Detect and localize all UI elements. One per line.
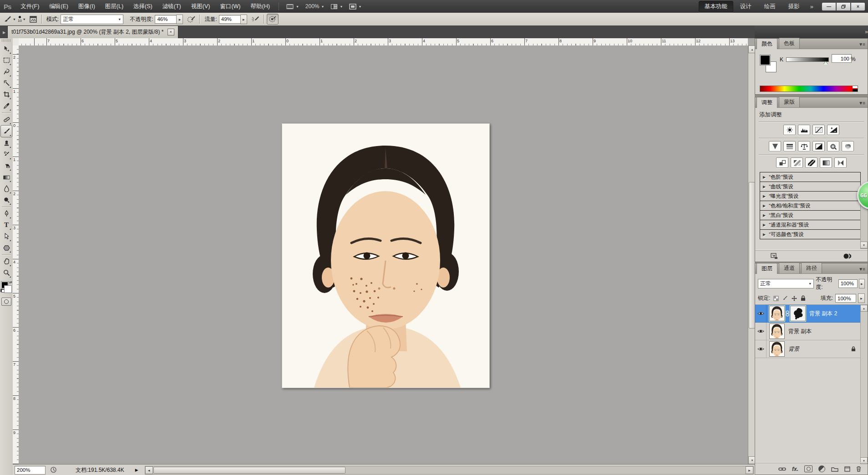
- panel-menu-icon[interactable]: ▼≡: [856, 101, 868, 107]
- rectangular-marquee-tool[interactable]: [1, 55, 12, 66]
- layer-row-bg-copy-2[interactable]: 背景 副本 2: [755, 305, 868, 323]
- selective-color-icon[interactable]: [834, 157, 847, 168]
- expand-triangle-icon[interactable]: ▶: [763, 213, 766, 217]
- pen-tool[interactable]: [1, 208, 12, 219]
- horizontal-scrollbar[interactable]: ◀ ▶: [145, 466, 754, 475]
- layer-name[interactable]: 背景 副本 2: [809, 310, 837, 318]
- expand-triangle-icon[interactable]: ▶: [763, 194, 766, 198]
- workspace-overflow-button[interactable]: »: [807, 3, 817, 10]
- layer-visibility-toggle[interactable]: [755, 340, 766, 358]
- new-group-button[interactable]: [831, 466, 838, 472]
- magic-wand-tool[interactable]: [1, 77, 12, 89]
- panel-menu-icon[interactable]: ▼≡: [856, 42, 868, 49]
- menu-item[interactable]: 滤镜(T): [157, 0, 186, 13]
- expand-triangle-icon[interactable]: ▶: [763, 185, 766, 189]
- tab-paths[interactable]: 路径: [801, 263, 822, 273]
- link-layers-button[interactable]: [778, 467, 786, 471]
- horizontal-ruler[interactable]: 7654321012345678910111213: [19, 38, 748, 46]
- menu-item[interactable]: 图层(L): [100, 0, 128, 13]
- preset-row[interactable]: ▶ “通道混和器”预设: [760, 220, 861, 230]
- tab-adjustments[interactable]: 调整: [756, 97, 777, 108]
- menu-item[interactable]: 窗口(W): [215, 0, 245, 13]
- document-tab[interactable]: t01f753b01d42869a31.jpg @ 200% (背景 副本 2,…: [7, 25, 178, 38]
- expand-triangle-icon[interactable]: ▶: [763, 175, 766, 179]
- layer-row-background[interactable]: 背景: [755, 340, 868, 358]
- lock-all-button[interactable]: [800, 295, 807, 302]
- brush-tool-preset[interactable]: [2, 14, 13, 24]
- lock-image-pixels-button[interactable]: [782, 295, 788, 302]
- hand-tool[interactable]: [1, 256, 12, 267]
- expand-triangle-icon[interactable]: ▶: [763, 204, 766, 208]
- layer-style-button[interactable]: fx.: [792, 466, 798, 472]
- layer-name[interactable]: 背景 副本: [788, 328, 812, 335]
- black-white-icon[interactable]: [812, 141, 825, 152]
- layer-mask-thumbnail[interactable]: [790, 306, 806, 321]
- vertical-scrollbar[interactable]: ▲ ▼: [748, 45, 755, 464]
- gradient-map-icon[interactable]: [820, 157, 832, 168]
- preset-row[interactable]: ▶ “可选颜色”预设: [760, 229, 861, 239]
- brightness-contrast-icon[interactable]: [783, 125, 796, 135]
- lock-position-button[interactable]: [791, 295, 797, 302]
- photo-filter-icon[interactable]: [827, 141, 839, 152]
- spot-healing-brush-tool[interactable]: [1, 114, 12, 125]
- close-tab-icon[interactable]: ×: [168, 29, 174, 35]
- photo-document[interactable]: [282, 123, 490, 388]
- workspace-design[interactable]: 设计: [734, 1, 757, 12]
- foreground-background-colors[interactable]: ⇄: [0, 280, 12, 293]
- layer-visibility-toggle[interactable]: [755, 323, 766, 340]
- layer-blend-mode-select[interactable]: 正常 ▼: [758, 279, 814, 288]
- color-fg-bg-swatches[interactable]: [760, 55, 777, 73]
- tab-channels[interactable]: 通道: [779, 263, 800, 273]
- panel-menu-icon[interactable]: ▼≡: [856, 267, 868, 273]
- blur-tool[interactable]: [1, 183, 12, 194]
- menu-item[interactable]: 选择(S): [128, 0, 157, 13]
- horizontal-scroll-thumb[interactable]: [153, 467, 345, 474]
- zoom-level-dropdown[interactable]: 200% ▼: [302, 2, 328, 10]
- channel-mixer-icon[interactable]: [842, 141, 854, 152]
- path-selection-tool[interactable]: [1, 231, 12, 242]
- opacity-spinner[interactable]: ▶: [176, 15, 183, 24]
- background-color-swatch[interactable]: [4, 285, 12, 293]
- workspace-essentials[interactable]: 基本功能: [699, 1, 733, 12]
- tab-layers[interactable]: 图层: [756, 263, 777, 274]
- opacity-pressure-toggle[interactable]: [186, 14, 197, 24]
- swap-colors-icon[interactable]: ⇄: [9, 280, 12, 284]
- color-balance-icon[interactable]: [798, 141, 810, 152]
- tab-color[interactable]: 颜色: [756, 38, 777, 49]
- status-info-icon[interactable]: [50, 466, 57, 474]
- vertical-ruler[interactable]: 210123456789: [13, 45, 19, 464]
- lock-transparent-pixels-button[interactable]: [772, 295, 779, 302]
- tab-scroll-arrow[interactable]: ▶: [0, 30, 7, 38]
- preset-row[interactable]: ▶ “曝光度”预设: [760, 191, 861, 201]
- expand-triangle-icon[interactable]: ▶: [763, 232, 766, 237]
- restore-button[interactable]: [836, 2, 851, 11]
- move-tool[interactable]: [1, 43, 12, 55]
- brush-tool[interactable]: [0, 125, 12, 137]
- quick-mask-button[interactable]: [1, 298, 11, 306]
- status-zoom-input[interactable]: 200%: [15, 466, 46, 475]
- layer-row-bg-copy[interactable]: 背景 副本: [755, 323, 868, 340]
- color-spectrum-ramp[interactable]: [760, 86, 858, 92]
- menu-item[interactable]: 帮助(H): [246, 0, 275, 13]
- preset-row[interactable]: ▶ “曲线”预设: [760, 182, 861, 192]
- expand-panel-icon[interactable]: [771, 253, 778, 259]
- preset-row[interactable]: ▶ “色相/饱和度”预设: [760, 201, 861, 211]
- toggle-brush-panel-button[interactable]: [28, 14, 39, 24]
- workspace-photography[interactable]: 摄影: [782, 1, 806, 12]
- scroll-right-button[interactable]: ▶: [746, 466, 753, 474]
- clip-to-layer-icon[interactable]: [843, 253, 852, 259]
- launch-bridge-button[interactable]: ▼: [283, 3, 302, 10]
- vertical-scroll-thumb[interactable]: [749, 182, 755, 328]
- menu-item[interactable]: 图像(I): [73, 0, 100, 13]
- menu-item[interactable]: 编辑(E): [44, 0, 73, 13]
- layer-thumbnail[interactable]: [769, 306, 785, 321]
- add-layer-mask-button[interactable]: [804, 465, 812, 472]
- close-button[interactable]: ×: [851, 2, 865, 11]
- tab-masks[interactable]: 蒙版: [779, 96, 800, 107]
- mask-link-icon[interactable]: [786, 310, 789, 317]
- menu-item[interactable]: 文件(F): [15, 0, 44, 13]
- screen-mode-button[interactable]: ▼: [346, 3, 365, 10]
- pressure-size-toggle[interactable]: [267, 14, 279, 25]
- hue-saturation-icon[interactable]: [783, 141, 796, 152]
- toolbar-grip[interactable]: [2, 39, 11, 42]
